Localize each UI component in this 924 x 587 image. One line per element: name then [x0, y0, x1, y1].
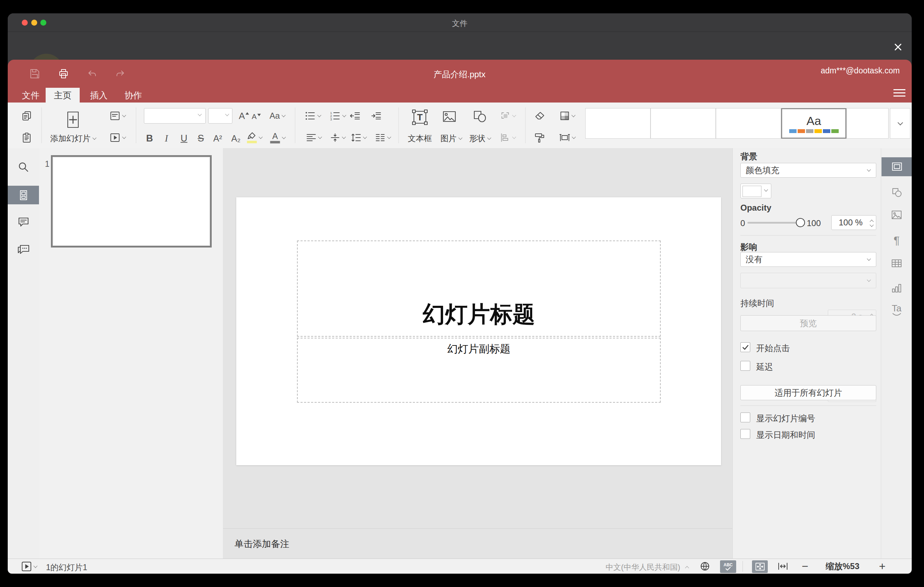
chevron-down-icon [571, 113, 576, 117]
image-icon[interactable] [442, 110, 456, 123]
textart-settings-icon[interactable]: Ta [892, 304, 901, 316]
underline-button[interactable]: U [180, 133, 188, 144]
tab-collaboration[interactable]: 协作 [120, 88, 147, 102]
effect-select[interactable]: 没有 [741, 252, 876, 267]
slide-canvas[interactable]: 幻灯片标题 幻灯片副标题 [236, 197, 721, 465]
increase-indent-icon[interactable] [371, 111, 381, 120]
slide-size-button[interactable] [559, 133, 576, 143]
fit-to-width-icon[interactable] [777, 562, 788, 571]
show-date-time-checkbox[interactable] [741, 429, 750, 439]
zoom-out-button[interactable]: − [802, 560, 808, 573]
theme-item[interactable] [585, 108, 650, 139]
tab-home[interactable]: 主页 [46, 88, 80, 102]
hamburger-menu-icon[interactable] [893, 87, 906, 99]
add-slide-icon[interactable] [66, 111, 81, 129]
comments-icon[interactable] [18, 217, 29, 228]
slide-layout-button[interactable] [110, 111, 126, 120]
increase-font-button[interactable]: A [239, 110, 249, 122]
document-title: 产品介绍.pptx [434, 69, 485, 80]
show-slide-number-checkbox[interactable] [741, 412, 750, 422]
font-name-select[interactable] [144, 108, 206, 124]
chevron-down-icon [363, 135, 367, 139]
theme-item[interactable] [716, 108, 781, 139]
subtitle-placeholder[interactable]: 幻灯片副标题 [297, 338, 661, 403]
save-icon[interactable] [30, 68, 40, 79]
theme-item-selected[interactable]: Aa [781, 108, 846, 139]
italic-button[interactable]: I [165, 133, 168, 144]
tab-file[interactable]: 文件 [18, 88, 44, 102]
chevron-down-icon [512, 135, 516, 139]
bold-button[interactable]: B [146, 133, 153, 144]
table-settings-icon[interactable] [891, 258, 902, 268]
image-button[interactable]: 图片 [441, 133, 462, 144]
font-color-button[interactable]: A [270, 132, 285, 143]
redo-icon[interactable] [115, 69, 125, 79]
start-on-click-checkbox[interactable] [741, 342, 750, 352]
bullet-list-button[interactable] [305, 111, 321, 120]
paragraph-settings-icon[interactable]: ¶ [893, 234, 899, 247]
vertical-align-button[interactable] [330, 133, 345, 142]
opacity-input[interactable]: 100 % [831, 215, 876, 230]
highlight-color-button[interactable] [247, 132, 262, 143]
eraser-icon[interactable] [534, 111, 545, 120]
language-selector[interactable]: 中文(中华人民共和国) [606, 562, 688, 572]
background-fill-select[interactable]: 颜色填充 [741, 163, 876, 178]
decrease-font-button[interactable]: A [252, 112, 261, 121]
divider [41, 107, 42, 143]
change-case-button[interactable]: Aa [270, 111, 285, 121]
shapes-icon[interactable] [473, 110, 487, 123]
subscript-button[interactable]: A₂ [231, 134, 241, 143]
start-slideshow-button[interactable] [110, 133, 126, 142]
theme-color [831, 129, 839, 133]
textbox-button[interactable]: 文本框 [408, 133, 432, 144]
zoom-in-button[interactable]: + [879, 560, 886, 573]
theme-item[interactable] [846, 108, 889, 139]
horizontal-align-button[interactable] [307, 134, 322, 142]
tab-insert[interactable]: 插入 [86, 88, 112, 102]
decrease-indent-icon[interactable] [350, 111, 361, 120]
search-icon[interactable] [18, 162, 29, 173]
spellcheck-button[interactable]: ABC [720, 560, 736, 573]
background-color-picker[interactable] [741, 184, 771, 198]
start-slideshow-statusbar-button[interactable] [21, 561, 37, 572]
paint-roller-icon[interactable] [534, 132, 545, 143]
sidebar-item-slides-selected[interactable] [8, 186, 39, 204]
spinner[interactable] [870, 219, 873, 226]
opacity-slider-track[interactable] [747, 222, 800, 224]
columns-button[interactable] [376, 134, 391, 142]
strikeout-button[interactable]: S [198, 133, 204, 144]
color-scheme-button[interactable] [560, 111, 575, 121]
shapes-button[interactable]: 形状 [469, 133, 491, 144]
numbered-list-button[interactable]: 123 [330, 111, 346, 120]
apply-to-all-slides-button[interactable]: 适用于所有幻灯片 [741, 385, 876, 400]
globe-icon[interactable] [700, 561, 710, 572]
close-icon[interactable] [893, 41, 904, 53]
line-spacing-button[interactable] [351, 133, 366, 142]
sidebar-item-slide-settings-selected[interactable] [881, 157, 912, 176]
chevron-down-icon [870, 223, 873, 227]
superscript-button[interactable]: A² [213, 134, 222, 143]
undo-icon[interactable] [87, 69, 97, 79]
copy-icon[interactable] [21, 110, 32, 121]
chevron-down-icon [317, 113, 321, 117]
image-settings-icon[interactable] [891, 210, 902, 220]
delay-checkbox[interactable] [741, 361, 750, 371]
font-size-select[interactable] [208, 108, 233, 124]
textbox-icon[interactable]: T [412, 109, 428, 125]
effect-section-label: 影响 [741, 242, 757, 253]
chart-settings-icon[interactable] [891, 283, 902, 293]
chat-icon[interactable] [18, 244, 30, 254]
paste-icon[interactable] [22, 132, 31, 143]
shape-settings-icon[interactable] [891, 187, 902, 198]
divider [136, 107, 136, 143]
theme-item[interactable] [650, 108, 716, 139]
add-slide-button[interactable]: 添加幻灯片 [50, 133, 96, 144]
print-icon[interactable] [58, 68, 69, 79]
opacity-slider-thumb[interactable] [796, 218, 805, 227]
slide-thumbnail-selected[interactable] [51, 155, 212, 247]
notes-area[interactable]: 单击添加备注 [223, 528, 732, 559]
background-section-label: 背景 [741, 151, 757, 162]
fit-to-slide-button[interactable] [752, 560, 768, 573]
theme-gallery-expand-button[interactable] [890, 108, 910, 139]
title-placeholder[interactable]: 幻灯片标题 [297, 241, 661, 337]
